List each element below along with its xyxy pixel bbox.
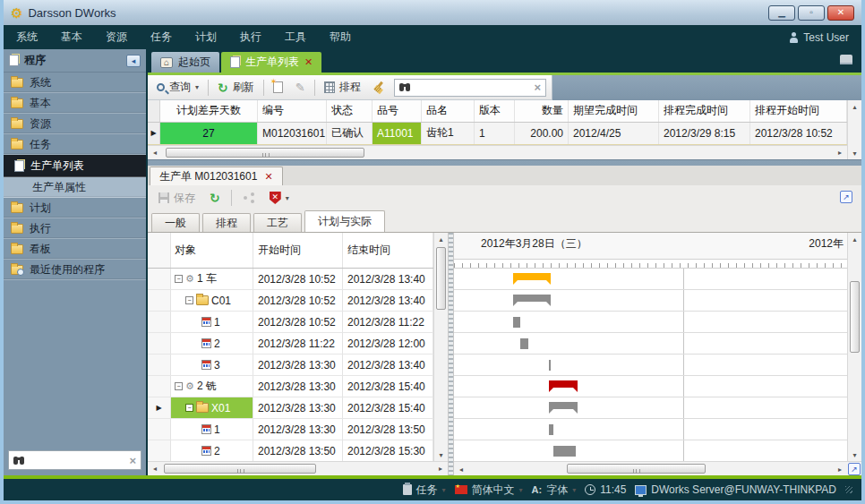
col-sched-finish[interactable]: 排程完成时间 [659,100,750,122]
sidebar-collapse-button[interactable]: ◂ [126,55,141,67]
collapse-icon[interactable]: − [175,275,183,283]
query-button[interactable]: 查询▾ [153,78,202,97]
tab-home[interactable]: ⌂ 起始页 [151,52,219,73]
sidebar-item-task[interactable]: 任务 [4,134,146,155]
gantt-row[interactable] [454,290,847,312]
table-row[interactable]: −⚙1 车 2012/3/28 10:52 2012/3/28 13:40 [148,269,433,290]
sidebar-item-system[interactable]: 系统 [4,73,146,93]
open-external-icon[interactable]: ↗ [840,191,852,203]
gantt-row[interactable] [454,397,847,419]
minimize-button[interactable]: ▁ [768,5,795,21]
sidebar-item-order-props[interactable]: 生产单属性 [4,177,146,198]
doc-tab-close-icon[interactable]: ✕ [264,171,272,183]
gantt-vscrollbar[interactable]: ▴ ▾ [847,233,861,461]
gantt-row[interactable] [454,269,847,290]
scroll-left-icon[interactable]: ◂ [148,465,162,473]
scroll-up-icon[interactable]: ▴ [439,233,442,245]
detail-doc-tab[interactable]: 生产单 M012031601 ✕ [150,167,283,185]
plan-table-vscrollbar[interactable]: ▴ ▾ [433,233,448,461]
gantt-bar[interactable] [549,360,552,371]
sidebar-search-clear-icon[interactable]: × [129,454,136,467]
col-object[interactable]: 对象 [171,233,253,268]
tab-general[interactable]: 一般 [151,213,200,232]
col-start-time[interactable]: 开始时间 [253,233,343,268]
sidebar-search-input[interactable] [30,454,124,466]
gantt-bar[interactable] [549,402,578,409]
clean-button[interactable] [370,80,389,95]
menu-task[interactable]: 任务 [150,30,172,45]
edit-button[interactable]: ✎ [292,79,309,96]
scroll-up-icon[interactable]: ▴ [852,233,856,245]
col-expect-finish[interactable]: 期望完成时间 [569,100,659,122]
scroll-down-icon[interactable]: ▾ [852,147,856,159]
gantt-row[interactable] [454,440,847,461]
table-row[interactable]: −C01 2012/3/28 10:52 2012/3/28 13:40 [148,290,433,312]
grid-search-clear-icon[interactable]: × [534,81,541,94]
collapse-icon[interactable]: − [185,404,193,412]
gantt-bar[interactable] [513,317,520,328]
scroll-up-icon[interactable]: ▴ [852,100,856,113]
sidebar-item-resource[interactable]: 资源 [4,114,146,134]
tab-plan-vs-actual[interactable]: 计划与实际 [304,210,385,232]
menu-system[interactable]: 系统 [16,30,38,45]
table-row[interactable]: 3 2012/3/28 13:30 2012/3/28 13:40 [148,355,433,376]
close-button[interactable]: ✕ [827,5,854,21]
scroll-right-icon[interactable]: ▸ [833,466,847,474]
col-status[interactable]: 状态 [327,100,373,122]
save-button[interactable]: 保存 [155,189,199,208]
gantt-bar[interactable] [513,295,551,302]
menu-help[interactable]: 帮助 [330,30,351,45]
menu-execute[interactable]: 执行 [240,30,261,45]
col-version[interactable]: 版本 [475,100,515,122]
collapse-icon[interactable]: − [185,296,193,304]
table-row[interactable]: −⚙2 铣 2012/3/28 13:30 2012/3/28 15:40 [148,376,433,397]
col-sched-start[interactable]: 排程开始时间 [750,100,847,122]
sidebar-item-execute[interactable]: 执行 [4,218,146,239]
detail-refresh-button[interactable]: ↻ [206,190,224,206]
col-qty[interactable]: 数量 [515,100,569,122]
table-row[interactable]: 2 2012/3/28 13:50 2012/3/28 15:30 [148,440,433,462]
sidebar-item-basic[interactable]: 基本 [4,93,146,114]
gantt-row[interactable] [454,333,847,355]
scroll-left-icon[interactable]: ◂ [454,466,468,474]
table-row[interactable]: 2 2012/3/28 11:22 2012/3/28 12:00 [148,333,433,355]
table-row[interactable]: 1 2012/3/28 10:52 2012/3/28 11:22 [148,312,433,333]
sidebar-item-kanban[interactable]: 看板 [4,239,146,260]
plan-table-hscrollbar[interactable]: ◂ ▸ [148,461,448,475]
orders-grid-vscrollbar[interactable]: ▴ ▾ [847,100,861,159]
menu-basic[interactable]: 基本 [61,30,82,45]
col-end-time[interactable]: 结束时间 [343,233,433,268]
scroll-down-icon[interactable]: ▾ [852,448,856,461]
refresh-button[interactable]: ↻刷新 [214,78,258,97]
orders-grid-hscrollbar[interactable]: ◂ ▸ [148,145,847,159]
scroll-down-icon[interactable]: ▾ [439,448,442,461]
table-row-selected[interactable]: ▶ −X01 2012/3/28 13:30 2012/3/28 15:40 [148,397,433,419]
menu-tools[interactable]: 工具 [285,30,306,45]
user-badge[interactable]: Test User [789,31,849,44]
pin-icon[interactable] [840,55,852,63]
sidebar-item-plan[interactable]: 计划 [4,198,146,218]
cancel-confirm-button[interactable]: ✕▾ [266,190,293,206]
menu-plan[interactable]: 计划 [195,30,217,45]
tab-order-list[interactable]: 生产单列表 ✕ [221,52,321,73]
new-button[interactable] [270,80,287,95]
gantt-bar[interactable] [513,273,551,280]
gantt-bar[interactable] [549,380,578,388]
status-font-menu[interactable]: A:字体▾ [532,483,577,498]
gantt-row[interactable] [454,355,847,376]
schedule-button[interactable]: 排程 [321,78,364,97]
col-code[interactable]: 编号 [258,100,327,122]
gantt-bar[interactable] [549,424,553,435]
tree-view-button[interactable] [239,191,259,205]
resize-grip[interactable] [845,486,852,493]
menu-resource[interactable]: 资源 [106,30,127,45]
grid-search-input[interactable] [415,81,530,94]
status-language-menu[interactable]: 简体中文▾ [455,483,523,498]
gantt-row[interactable] [454,376,847,397]
gantt-popout-icon[interactable]: ↗ [848,463,861,475]
collapse-icon[interactable]: − [175,382,183,390]
col-item-name[interactable]: 品名 [422,100,475,122]
gantt-hscrollbar[interactable]: ◂ ▸ [454,462,847,476]
sidebar-item-order-list[interactable]: 生产单列表 [4,155,146,177]
gantt-row[interactable] [454,312,847,333]
